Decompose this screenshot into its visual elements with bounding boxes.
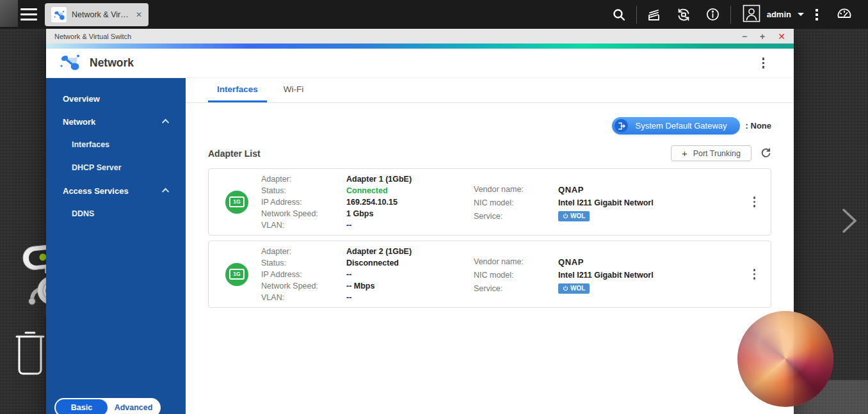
wol-label: WOL xyxy=(570,284,585,292)
qnap-logo: QNAP xyxy=(558,183,746,196)
app-tab-network-virtual-switch[interactable]: Network & Virtu... ✕ xyxy=(45,3,149,26)
wol-label: WOL xyxy=(570,212,585,220)
adapter-fields: Adapter: Adapter 2 (1GbE) Status: Discon… xyxy=(261,246,474,303)
refresh-icon[interactable] xyxy=(760,148,771,159)
background-tasks-icon[interactable] xyxy=(639,7,669,22)
window-title: Network & Virtual Switch xyxy=(54,33,131,40)
adapter-details: Vendor name: QNAP NIC model: Intel I211 … xyxy=(474,180,746,223)
field-value: 169.254.10.15 xyxy=(346,196,474,208)
sidebar-item-access-services[interactable]: Access Services xyxy=(46,179,186,202)
chevron-down-icon xyxy=(798,13,804,16)
wol-badge: WOL xyxy=(558,283,590,294)
port-speed-label: 1G xyxy=(229,196,244,207)
chevron-up-icon xyxy=(162,119,169,126)
gateway-button-label: System Default Gateway xyxy=(635,121,727,131)
topbar-divider xyxy=(730,6,731,24)
gradient-accent-bar xyxy=(46,44,794,49)
adapter-actions-icon[interactable] xyxy=(751,266,759,282)
desktop-corner-panel xyxy=(0,0,18,27)
field-label: Adapter: xyxy=(261,173,346,185)
sidebar-item-label: Access Services xyxy=(63,186,129,196)
tab-wifi[interactable]: Wi-Fi xyxy=(275,78,312,102)
sidebar-item-dhcp-server[interactable]: DHCP Server xyxy=(46,156,186,179)
field-label: Service: xyxy=(474,210,558,223)
desktop-topbar: Network & Virtu... ✕ xyxy=(0,0,868,29)
tab-close-icon[interactable]: ✕ xyxy=(136,10,142,19)
sidebar-item-interfaces[interactable]: Interfaces xyxy=(46,133,186,156)
field-label: Status: xyxy=(261,185,346,196)
field-label: Vendor name: xyxy=(474,255,558,269)
status-badge: Disconnected xyxy=(346,257,474,269)
tab-interfaces[interactable]: Interfaces xyxy=(208,78,267,102)
field-value: WOL xyxy=(558,282,746,296)
sidebar: Overview Network Interfaces DHCP Server … xyxy=(46,78,186,414)
adapter-actions-icon[interactable] xyxy=(751,194,759,210)
field-value: Intel I211 Gigabit Networl xyxy=(558,269,746,282)
plus-icon: + xyxy=(682,148,687,158)
field-label: NIC model: xyxy=(474,196,558,210)
app-header: Network xyxy=(46,49,794,78)
qnap-logo: QNAP xyxy=(558,255,746,269)
adapter-cards: 1G Adapter: Adapter 1 (1GbE) Status: Con… xyxy=(208,168,771,313)
minimize-icon[interactable]: − xyxy=(742,32,747,41)
field-value: 1 Gbps xyxy=(346,208,474,219)
gateway-row: System Default Gateway : None xyxy=(208,117,771,134)
field-label: Network Speed: xyxy=(261,208,346,219)
adapter-list-title: Adapter List xyxy=(208,148,261,159)
adapter-card-1[interactable]: 1G Adapter: Adapter 1 (1GbE) Status: Con… xyxy=(208,168,771,235)
sidebar-item-label: Interfaces xyxy=(72,140,109,149)
system-default-gateway-button[interactable]: System Default Gateway xyxy=(612,117,739,134)
adapter-list-header: Adapter List + Port Trunking xyxy=(208,145,771,161)
gateway-icon xyxy=(615,119,628,132)
power-icon xyxy=(563,213,568,219)
network-app-icon xyxy=(51,7,67,22)
field-label: VLAN: xyxy=(261,292,346,303)
maximize-icon[interactable]: + xyxy=(760,32,765,41)
field-value: -- xyxy=(346,292,474,303)
field-value: -- xyxy=(346,269,474,280)
port-trunking-button[interactable]: + Port Trunking xyxy=(671,145,751,161)
dashboard-gauge-icon[interactable] xyxy=(830,6,859,23)
firmware-update-icon[interactable] xyxy=(669,7,698,22)
info-icon[interactable] xyxy=(698,7,728,22)
field-label: NIC model: xyxy=(474,269,558,282)
header-more-icon[interactable] xyxy=(760,55,768,71)
field-value: Adapter 2 (1GbE) xyxy=(346,246,474,257)
field-value: WOL xyxy=(558,210,746,223)
wol-badge: WOL xyxy=(558,211,590,221)
user-avatar-icon xyxy=(743,4,760,25)
field-label: IP Address: xyxy=(261,269,346,280)
basic-advanced-toggle: Basic Advanced xyxy=(54,398,161,414)
topbar-more-icon[interactable] xyxy=(813,6,821,23)
field-label: Service: xyxy=(474,282,558,296)
adapter-card-2[interactable]: 1G Adapter: Adapter 2 (1GbE) Status: Dis… xyxy=(208,241,771,308)
ethernet-port-icon: 1G xyxy=(225,263,248,286)
main-menu-icon[interactable] xyxy=(20,8,37,20)
advanced-mode-button[interactable]: Advanced xyxy=(108,399,159,414)
recycle-bin-icon[interactable] xyxy=(13,328,47,379)
adapter-details: Vendor name: QNAP NIC model: Intel I211 … xyxy=(474,253,746,296)
field-label: VLAN: xyxy=(261,219,346,231)
desktop-next-chevron-icon[interactable] xyxy=(839,206,860,238)
sidebar-item-ddns[interactable]: DDNS xyxy=(46,202,186,225)
ethernet-port-icon: 1G xyxy=(225,191,248,214)
basic-mode-button[interactable]: Basic xyxy=(56,399,108,414)
kitguru-watermark-logo xyxy=(737,311,833,407)
user-menu[interactable]: admin xyxy=(734,4,813,25)
close-icon[interactable]: ✕ xyxy=(778,32,785,41)
sidebar-item-overview[interactable]: Overview xyxy=(46,87,186,110)
sidebar-item-network[interactable]: Network xyxy=(46,110,186,133)
search-icon[interactable] xyxy=(604,8,634,22)
power-icon xyxy=(563,285,568,291)
sidebar-item-label: Network xyxy=(63,117,95,127)
field-value: -- Mbps xyxy=(346,280,474,292)
app-tab-label: Network & Virtu... xyxy=(72,10,129,19)
page-title: Network xyxy=(90,56,134,70)
topbar-divider xyxy=(636,6,637,24)
field-value: -- xyxy=(346,219,474,231)
sidebar-item-label: DDNS xyxy=(72,209,94,218)
window-titlebar[interactable]: Network & Virtual Switch − + ✕ xyxy=(46,29,794,44)
field-label: Network Speed: xyxy=(261,280,346,292)
field-value: Intel I211 Gigabit Networl xyxy=(558,196,746,210)
field-label: Vendor name: xyxy=(474,183,558,196)
